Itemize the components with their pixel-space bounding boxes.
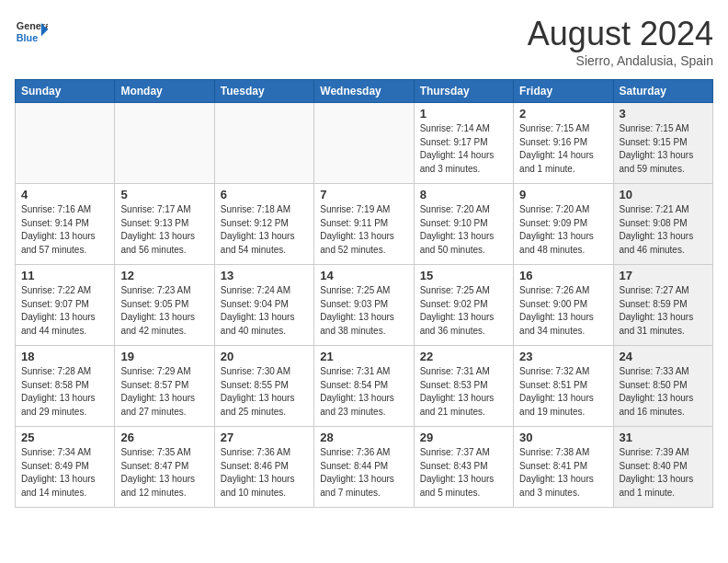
day-info: Sunrise: 7:15 AM Sunset: 9:16 PM Dayligh… [519,122,607,176]
day-number: 13 [221,269,308,282]
day-info: Sunrise: 7:26 AM Sunset: 9:00 PM Dayligh… [519,284,607,338]
calendar-cell: 13Sunrise: 7:24 AM Sunset: 9:04 PM Dayli… [214,265,313,346]
calendar-cell: 14Sunrise: 7:25 AM Sunset: 9:03 PM Dayli… [314,265,414,346]
calendar-cell: 18Sunrise: 7:28 AM Sunset: 8:58 PM Dayli… [16,346,115,427]
calendar-cell: 7Sunrise: 7:19 AM Sunset: 9:11 PM Daylig… [314,184,414,265]
title-area: August 2024 Sierro, Andalusia, Spain [528,15,713,68]
day-number: 20 [221,350,308,363]
day-number: 23 [519,350,607,363]
day-number: 27 [221,431,308,444]
weekday-header-tuesday: Tuesday [214,80,313,103]
calendar-cell: 17Sunrise: 7:27 AM Sunset: 8:59 PM Dayli… [613,265,712,346]
day-info: Sunrise: 7:17 AM Sunset: 9:13 PM Dayligh… [120,203,208,257]
calendar-cell: 16Sunrise: 7:26 AM Sunset: 9:00 PM Dayli… [514,265,613,346]
calendar-cell: 4Sunrise: 7:16 AM Sunset: 9:14 PM Daylig… [16,184,115,265]
calendar-cell: 25Sunrise: 7:34 AM Sunset: 8:49 PM Dayli… [16,427,115,508]
day-number: 5 [120,188,208,201]
calendar-cell [115,103,214,184]
day-info: Sunrise: 7:19 AM Sunset: 9:11 PM Dayligh… [320,203,407,257]
day-number: 14 [320,269,407,282]
header: General Blue August 2024 Sierro, Andalus… [15,15,713,68]
weekday-header-monday: Monday [115,80,214,103]
logo: General Blue [15,15,48,48]
calendar-cell: 2Sunrise: 7:15 AM Sunset: 9:16 PM Daylig… [514,103,613,184]
day-number: 12 [120,269,208,282]
calendar-cell: 3Sunrise: 7:15 AM Sunset: 9:15 PM Daylig… [613,103,712,184]
calendar-cell: 6Sunrise: 7:18 AM Sunset: 9:12 PM Daylig… [214,184,313,265]
calendar-cell: 9Sunrise: 7:20 AM Sunset: 9:09 PM Daylig… [514,184,613,265]
weekday-header-thursday: Thursday [414,80,513,103]
calendar-cell: 22Sunrise: 7:31 AM Sunset: 8:53 PM Dayli… [414,346,513,427]
svg-text:Blue: Blue [17,32,38,43]
day-info: Sunrise: 7:36 AM Sunset: 8:46 PM Dayligh… [221,446,308,500]
day-info: Sunrise: 7:18 AM Sunset: 9:12 PM Dayligh… [221,203,308,257]
day-number: 3 [620,107,707,121]
calendar-cell: 15Sunrise: 7:25 AM Sunset: 9:02 PM Dayli… [414,265,513,346]
day-info: Sunrise: 7:38 AM Sunset: 8:41 PM Dayligh… [519,446,607,500]
day-info: Sunrise: 7:32 AM Sunset: 8:51 PM Dayligh… [519,365,607,419]
calendar-cell: 24Sunrise: 7:33 AM Sunset: 8:50 PM Dayli… [613,346,712,427]
calendar-cell: 28Sunrise: 7:36 AM Sunset: 8:44 PM Dayli… [314,427,414,508]
calendar-cell: 1Sunrise: 7:14 AM Sunset: 9:17 PM Daylig… [414,103,513,184]
weekday-header-saturday: Saturday [613,80,712,103]
calendar-cell: 10Sunrise: 7:21 AM Sunset: 9:08 PM Dayli… [613,184,712,265]
calendar-cell: 26Sunrise: 7:35 AM Sunset: 8:47 PM Dayli… [115,427,214,508]
day-info: Sunrise: 7:37 AM Sunset: 8:43 PM Dayligh… [420,446,507,500]
day-info: Sunrise: 7:34 AM Sunset: 8:49 PM Dayligh… [21,446,108,500]
day-number: 19 [120,350,208,363]
calendar-cell: 31Sunrise: 7:39 AM Sunset: 8:40 PM Dayli… [613,427,712,508]
day-number: 6 [221,188,308,201]
day-info: Sunrise: 7:23 AM Sunset: 9:05 PM Dayligh… [120,284,208,338]
day-info: Sunrise: 7:31 AM Sunset: 8:54 PM Dayligh… [320,365,407,419]
day-number: 21 [320,350,407,363]
calendar-cell: 30Sunrise: 7:38 AM Sunset: 8:41 PM Dayli… [514,427,613,508]
day-info: Sunrise: 7:16 AM Sunset: 9:14 PM Dayligh… [21,203,108,257]
month-title: August 2024 [528,15,713,53]
day-info: Sunrise: 7:20 AM Sunset: 9:10 PM Dayligh… [420,203,507,257]
day-info: Sunrise: 7:33 AM Sunset: 8:50 PM Dayligh… [620,365,707,419]
day-number: 26 [120,431,208,444]
day-info: Sunrise: 7:25 AM Sunset: 9:03 PM Dayligh… [320,284,407,338]
day-number: 16 [519,269,607,282]
logo-icon: General Blue [15,15,48,48]
day-number: 18 [21,350,108,363]
day-number: 22 [420,350,507,363]
day-number: 25 [21,431,108,444]
day-info: Sunrise: 7:30 AM Sunset: 8:55 PM Dayligh… [221,365,308,419]
day-info: Sunrise: 7:27 AM Sunset: 8:59 PM Dayligh… [620,284,707,338]
day-number: 10 [620,188,707,201]
day-info: Sunrise: 7:20 AM Sunset: 9:09 PM Dayligh… [519,203,607,257]
day-info: Sunrise: 7:35 AM Sunset: 8:47 PM Dayligh… [120,446,208,500]
day-number: 15 [420,269,507,282]
calendar-cell: 20Sunrise: 7:30 AM Sunset: 8:55 PM Dayli… [214,346,313,427]
calendar-cell: 12Sunrise: 7:23 AM Sunset: 9:05 PM Dayli… [115,265,214,346]
day-number: 1 [420,107,507,121]
calendar-cell [16,103,115,184]
day-info: Sunrise: 7:31 AM Sunset: 8:53 PM Dayligh… [420,365,507,419]
day-number: 4 [21,188,108,201]
day-info: Sunrise: 7:24 AM Sunset: 9:04 PM Dayligh… [221,284,308,338]
weekday-header-sunday: Sunday [16,80,115,103]
calendar-cell: 27Sunrise: 7:36 AM Sunset: 8:46 PM Dayli… [214,427,313,508]
calendar-cell: 5Sunrise: 7:17 AM Sunset: 9:13 PM Daylig… [115,184,214,265]
day-number: 29 [420,431,507,444]
day-info: Sunrise: 7:25 AM Sunset: 9:02 PM Dayligh… [420,284,507,338]
day-number: 17 [620,269,707,282]
day-info: Sunrise: 7:29 AM Sunset: 8:57 PM Dayligh… [120,365,208,419]
weekday-header-friday: Friday [514,80,613,103]
day-number: 24 [620,350,707,363]
day-info: Sunrise: 7:39 AM Sunset: 8:40 PM Dayligh… [620,446,707,500]
calendar-cell [314,103,414,184]
day-info: Sunrise: 7:36 AM Sunset: 8:44 PM Dayligh… [320,446,407,500]
calendar-cell [214,103,313,184]
day-number: 28 [320,431,407,444]
day-number: 31 [620,431,707,444]
calendar-cell: 21Sunrise: 7:31 AM Sunset: 8:54 PM Dayli… [314,346,414,427]
weekday-header-wednesday: Wednesday [314,80,414,103]
day-number: 11 [21,269,108,282]
day-info: Sunrise: 7:15 AM Sunset: 9:15 PM Dayligh… [620,122,707,176]
day-number: 8 [420,188,507,201]
location: Sierro, Andalusia, Spain [528,53,713,68]
calendar-cell: 19Sunrise: 7:29 AM Sunset: 8:57 PM Dayli… [115,346,214,427]
day-number: 30 [519,431,607,444]
